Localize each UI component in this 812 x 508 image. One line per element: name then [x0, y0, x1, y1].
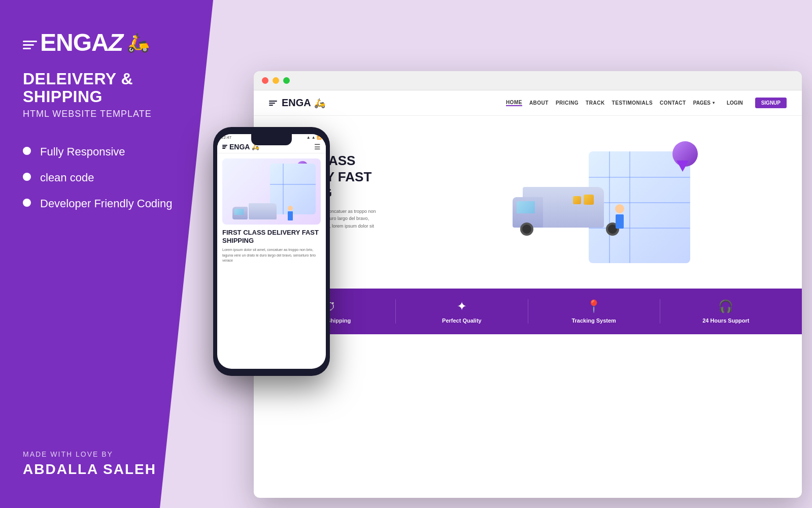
mini-truck [232, 203, 277, 219]
feature-item-1: Fully Responsive [23, 145, 180, 160]
mini-person [288, 206, 293, 220]
browser-titlebar [254, 71, 802, 90]
browser-dot-minimize[interactable] [273, 77, 279, 84]
location-pin [670, 141, 700, 182]
person-head [615, 204, 624, 213]
phone-time: 22:47 [221, 135, 231, 140]
phone-mockup: 22:47 ▲ ▲ 📶 ENGA 🛵 ☰ [213, 127, 330, 381]
tracking-system-icon: 📍 [586, 299, 601, 313]
pages-chevron-icon: ▾ [713, 101, 715, 105]
mini-truck-window [234, 209, 244, 215]
logo-line-3 [23, 48, 31, 49]
browser-window: ENGA 🛵 HOME ABOUT PRICING TRACK TESTIMON… [254, 71, 802, 498]
logo-text: ENGAZ [40, 30, 123, 55]
tracking-system-label: Tracking System [571, 318, 616, 324]
perfect-quality-label: Perfect Quality [442, 318, 482, 324]
website-nav: ENGA 🛵 HOME ABOUT PRICING TRACK TESTIMON… [254, 90, 802, 116]
nav-link-pages: PAGES [693, 100, 710, 106]
nav-link-contact[interactable]: CONTACT [660, 100, 686, 106]
phone-logo-line-1 [222, 145, 227, 146]
features-list: Fully Responsive clean code Developer Fr… [23, 145, 180, 211]
site-logo-text: ENGA [282, 97, 311, 109]
phone-notch [251, 134, 292, 145]
sub-title: HTML WEBSITE TEMPLATE [23, 109, 180, 119]
phone-hero-image [222, 158, 321, 225]
logo-scooter-icon: 🛵 [127, 32, 150, 53]
phone-hero-title: FIRST CLASS DELIVERY FAST SHIPPING [222, 229, 321, 244]
delivery-person [615, 204, 624, 229]
mini-person-head [288, 206, 293, 211]
logo-area: ENGAZ 🛵 [23, 30, 180, 55]
feature-bullet-2 [23, 173, 31, 181]
browser-dot-close[interactable] [262, 77, 268, 84]
mini-map-line-v [283, 164, 284, 214]
mini-truck-cab [232, 207, 248, 219]
nav-links: HOME ABOUT PRICING TRACK TESTIMONIALS CO… [506, 98, 787, 108]
nav-logo-lines [269, 101, 277, 106]
mini-map-line-h [270, 184, 316, 185]
feature-item-3: Developer Friendly Coding [23, 197, 180, 211]
nav-signup-button[interactable]: SIGNUP [755, 98, 787, 108]
perfect-quality-icon: ✦ [457, 299, 467, 313]
logo-z: Z [109, 29, 123, 56]
feature-bar-tracking: 📍 Tracking System [528, 299, 660, 324]
nav-link-home[interactable]: HOME [506, 100, 522, 106]
browser-bottom: About WHY CHOOSE US [254, 334, 802, 368]
feature-bar-quality: ✦ Perfect Quality [396, 299, 528, 324]
phone-logo-line-2 [222, 146, 226, 147]
phone-hamburger-icon[interactable]: ☰ [314, 143, 321, 151]
truck-window [517, 201, 535, 213]
right-area: ENGA 🛵 HOME ABOUT PRICING TRACK TESTIMON… [203, 0, 812, 508]
phone-logo-lines [222, 145, 227, 149]
phone-frame: 22:47 ▲ ▲ 📶 ENGA 🛵 ☰ [213, 127, 330, 376]
left-content: ENGAZ 🛵 DELEIVERY & SHIPPING HTML WEBSIT… [0, 0, 203, 508]
pin-tail [676, 161, 689, 172]
nav-link-track[interactable]: TRACK [586, 100, 605, 106]
logo-line-1 [23, 41, 37, 42]
feature-text-2: clean code [40, 171, 94, 185]
site-logo: ENGA 🛵 [269, 97, 325, 109]
support-icon: 🎧 [718, 299, 733, 313]
hero-illustration [421, 136, 787, 278]
logo-lines-decoration [23, 41, 37, 49]
nav-link-about[interactable]: ABOUT [529, 100, 549, 106]
feature-bullet-3 [23, 199, 31, 207]
feature-text-3: Developer Friendly Coding [40, 197, 172, 211]
nav-pages-dropdown[interactable]: PAGES ▾ [693, 100, 715, 106]
hero-section: FIRST CLASS DELIVERY FAST SHIPPING Lorem… [254, 116, 802, 289]
nav-link-testimonials[interactable]: TESTIMONIALS [612, 100, 653, 106]
person-body [616, 214, 624, 229]
phone-hero: FIRST CLASS DELIVERY FAST SHIPPING Lorem… [217, 153, 326, 269]
site-logo-scooter-icon: 🛵 [314, 98, 325, 109]
phone-logo-text: ENGA [229, 143, 250, 151]
delivery-scene [497, 136, 710, 278]
browser-dot-maximize[interactable] [283, 77, 290, 84]
mini-person-body [288, 211, 293, 220]
phone-signal-icons: ▲ ▲ 📶 [307, 135, 322, 140]
truck [513, 167, 629, 243]
logo-line-2 [23, 44, 34, 46]
mini-map-bg [270, 164, 316, 214]
nav-login-button[interactable]: LOGIN [722, 98, 748, 108]
features-bar: ⏱ Speed Shipping ✦ Perfect Quality 📍 Tra… [254, 289, 802, 334]
map-line-v2 [629, 151, 630, 263]
feature-bullet-1 [23, 147, 31, 155]
package-2 [573, 196, 581, 204]
made-by-label: MADE WITH LOVE BY [23, 450, 156, 458]
nav-link-pricing[interactable]: PRICING [556, 100, 579, 106]
feature-item-2: clean code [23, 171, 180, 185]
feature-bar-support: 🎧 24 Hours Support [660, 299, 792, 324]
phone-logo-line-3 [222, 148, 225, 149]
support-label: 24 Hours Support [702, 318, 749, 324]
main-title: DELEIVERY & SHIPPING [23, 70, 180, 106]
phone-hero-desc: Lorem ipsum dolor sit amet, concatuer as… [222, 247, 321, 264]
made-by-name: ABDALLA SALEH [23, 461, 156, 478]
title-section: DELEIVERY & SHIPPING HTML WEBSITE TEMPLA… [23, 70, 180, 119]
mini-truck-body [249, 203, 277, 219]
package-1 [584, 195, 594, 205]
truck-wheel-left [520, 223, 533, 236]
made-by: MADE WITH LOVE BY ABDALLA SALEH [23, 450, 156, 478]
feature-text-1: Fully Responsive [40, 145, 125, 160]
logo-main-text: ENGA [40, 29, 109, 56]
phone-screen: 22:47 ▲ ▲ 📶 ENGA 🛵 ☰ [217, 134, 326, 369]
